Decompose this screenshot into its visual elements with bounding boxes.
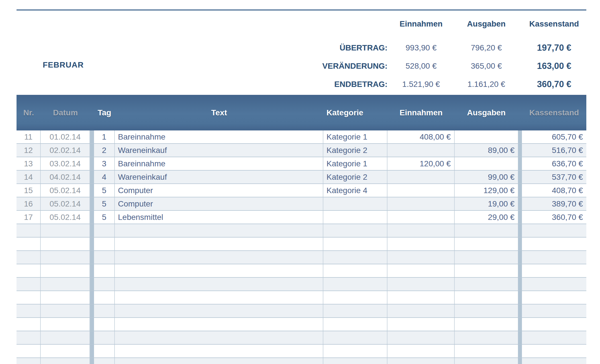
cell-datum[interactable] <box>41 238 90 250</box>
cell-text[interactable]: Lebensmittel <box>115 211 323 224</box>
cell-kategorie[interactable] <box>323 251 387 264</box>
cell-text[interactable] <box>115 238 323 250</box>
cell-kassenstand[interactable] <box>522 264 586 277</box>
table-header-kategorie[interactable]: Kategorie <box>323 95 387 130</box>
cell-nr[interactable]: 12 <box>17 144 41 157</box>
cell-tag[interactable] <box>94 264 115 277</box>
cell-kategorie[interactable]: Kategorie 1 <box>323 157 387 170</box>
cell-datum[interactable]: 02.02.14 <box>41 144 90 157</box>
summary-uebertrag-ausgaben[interactable]: 796,20 € <box>455 41 518 55</box>
summary-label-uebertrag[interactable]: ÜBERTRAG: <box>17 41 387 55</box>
cell-kassenstand[interactable]: 389,70 € <box>522 197 586 210</box>
cell-nr[interactable]: 13 <box>17 157 41 170</box>
cell-text[interactable] <box>115 291 323 304</box>
summary-endbetrag-ausgaben[interactable]: 1.161,20 € <box>455 77 518 91</box>
cell-ausgaben[interactable] <box>455 130 518 143</box>
cell-kassenstand[interactable] <box>522 224 586 237</box>
cell-nr[interactable] <box>17 291 41 304</box>
cell-kategorie[interactable]: Kategorie 2 <box>323 144 387 157</box>
cell-nr[interactable] <box>17 264 41 277</box>
cell-tag[interactable]: 1 <box>94 130 115 143</box>
cell-einnahmen[interactable] <box>387 197 455 210</box>
cell-tag[interactable]: 4 <box>94 171 115 183</box>
cell-ausgaben[interactable] <box>455 291 518 304</box>
month-label[interactable]: FEBRUAR <box>43 58 84 72</box>
table-header-text[interactable]: Text <box>115 95 323 130</box>
cell-ausgaben[interactable] <box>455 157 518 170</box>
cell-einnahmen[interactable] <box>387 264 455 277</box>
cell-kategorie[interactable] <box>323 304 387 317</box>
table-header-kassenstand[interactable]: Kassenstand <box>522 95 586 130</box>
cell-einnahmen[interactable] <box>387 211 455 224</box>
summary-col-einnahmen[interactable]: Einnahmen <box>387 17 455 31</box>
cell-text[interactable]: Computer <box>115 197 323 210</box>
cell-nr[interactable]: 16 <box>17 197 41 210</box>
cell-datum[interactable] <box>41 264 90 277</box>
cell-kategorie[interactable] <box>323 238 387 250</box>
cell-kategorie[interactable] <box>323 358 387 364</box>
table-header-ausgaben[interactable]: Ausgaben <box>455 95 518 130</box>
cell-nr[interactable] <box>17 318 41 331</box>
cell-ausgaben[interactable] <box>455 345 518 357</box>
summary-uebertrag-einnahmen[interactable]: 993,90 € <box>387 41 455 55</box>
cell-datum[interactable]: 05.02.14 <box>41 184 90 197</box>
cell-tag[interactable] <box>94 238 115 250</box>
cell-text[interactable] <box>115 358 323 364</box>
cell-text[interactable] <box>115 304 323 317</box>
cell-kategorie[interactable] <box>323 331 387 344</box>
cell-datum[interactable] <box>41 331 90 344</box>
cell-kassenstand[interactable] <box>522 304 586 317</box>
cell-kassenstand[interactable]: 516,70 € <box>522 144 586 157</box>
cell-einnahmen[interactable] <box>387 345 455 357</box>
cell-datum[interactable] <box>41 291 90 304</box>
cell-text[interactable]: Wareneinkauf <box>115 171 323 183</box>
cell-einnahmen[interactable] <box>387 238 455 250</box>
summary-label-endbetrag[interactable]: ENDBETRAG: <box>17 77 387 91</box>
cell-nr[interactable] <box>17 278 41 291</box>
cell-nr[interactable] <box>17 238 41 250</box>
cell-datum[interactable]: 03.02.14 <box>41 157 90 170</box>
cell-text[interactable]: Computer <box>115 184 323 197</box>
table-header-datum[interactable]: Datum <box>41 95 90 130</box>
cell-nr[interactable]: 14 <box>17 171 41 183</box>
cell-tag[interactable] <box>94 278 115 291</box>
cell-kategorie[interactable] <box>323 264 387 277</box>
cell-datum[interactable]: 05.02.14 <box>41 211 90 224</box>
cell-kassenstand[interactable] <box>522 345 586 357</box>
summary-veraenderung-kassenstand[interactable]: 163,00 € <box>522 59 586 73</box>
cell-kategorie[interactable] <box>323 291 387 304</box>
cell-einnahmen[interactable] <box>387 318 455 331</box>
table-header-einnahmen[interactable]: Einnahmen <box>387 95 455 130</box>
cell-ausgaben[interactable] <box>455 251 518 264</box>
cell-text[interactable] <box>115 278 323 291</box>
cell-nr[interactable] <box>17 331 41 344</box>
cell-ausgaben[interactable]: 19,00 € <box>455 197 518 210</box>
cell-einnahmen[interactable] <box>387 291 455 304</box>
cell-kategorie[interactable] <box>323 211 387 224</box>
cell-tag[interactable] <box>94 291 115 304</box>
cell-kategorie[interactable]: Kategorie 1 <box>323 130 387 143</box>
cell-ausgaben[interactable] <box>455 224 518 237</box>
cell-tag[interactable]: 5 <box>94 211 115 224</box>
cell-einnahmen[interactable] <box>387 278 455 291</box>
summary-veraenderung-einnahmen[interactable]: 528,00 € <box>387 59 455 73</box>
cell-tag[interactable]: 3 <box>94 157 115 170</box>
cell-kategorie[interactable]: Kategorie 2 <box>323 171 387 183</box>
cell-text[interactable] <box>115 251 323 264</box>
cell-einnahmen[interactable] <box>387 184 455 197</box>
summary-veraenderung-ausgaben[interactable]: 365,00 € <box>455 59 518 73</box>
cell-nr[interactable]: 17 <box>17 211 41 224</box>
cell-text[interactable]: Bareinnahme <box>115 130 323 143</box>
cell-tag[interactable] <box>94 345 115 357</box>
cell-datum[interactable] <box>41 224 90 237</box>
cell-kategorie[interactable]: Kategorie 4 <box>323 184 387 197</box>
cell-text[interactable]: Bareinnahme <box>115 157 323 170</box>
table-header-tag[interactable]: Tag <box>94 95 115 130</box>
cell-einnahmen[interactable] <box>387 144 455 157</box>
cell-einnahmen[interactable] <box>387 331 455 344</box>
summary-col-kassenstand[interactable]: Kassenstand <box>522 17 586 31</box>
cell-ausgaben[interactable] <box>455 318 518 331</box>
cell-kassenstand[interactable] <box>522 331 586 344</box>
summary-endbetrag-kassenstand[interactable]: 360,70 € <box>522 77 586 91</box>
cell-tag[interactable] <box>94 251 115 264</box>
